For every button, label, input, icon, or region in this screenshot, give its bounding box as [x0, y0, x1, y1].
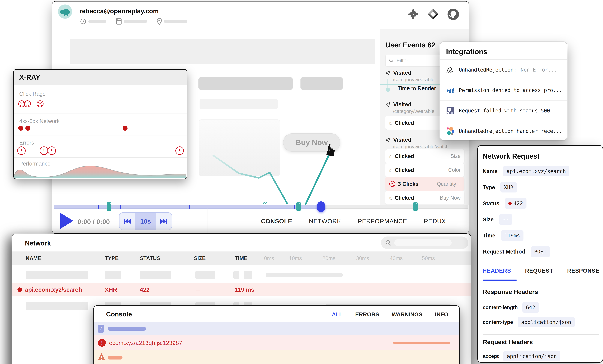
tab-console[interactable]: CONSOLE	[261, 218, 292, 225]
integrations-panel: Integrations UnhandledRejection: Non-Err…	[440, 42, 568, 141]
datadog-icon	[446, 106, 455, 115]
skip-forward-button[interactable]	[156, 213, 172, 230]
navigate-icon	[385, 70, 391, 76]
console-info-row[interactable]: i	[94, 322, 459, 335]
event-target: Size	[451, 153, 461, 159]
meta-skeleton-bar	[124, 20, 147, 23]
table-row-error[interactable]: api.ecom.xyz/search XHR 422 -- 119 ms	[12, 283, 471, 296]
col-type[interactable]: TYPE	[105, 255, 119, 261]
timing-dot	[386, 88, 390, 92]
field-request-method: Request Method POST	[483, 246, 550, 257]
xray-divider	[14, 113, 187, 113]
request-status: 422	[140, 286, 150, 293]
github-icon[interactable]	[447, 8, 459, 20]
event-rage-clicks[interactable]: 3 Clicks Quantity +	[385, 177, 464, 191]
timeline-doc-marker[interactable]	[106, 202, 111, 211]
header-content-type: content-type application/json	[483, 317, 575, 327]
name-value-chip: api.ecom.xyz/search	[503, 166, 569, 176]
search-input-skeleton[interactable]	[394, 239, 452, 246]
meta-skeleton-bar	[88, 20, 106, 23]
field-type: Type XHR	[483, 182, 517, 192]
controls-divider	[207, 208, 208, 234]
diamond-logo-icon[interactable]	[427, 9, 439, 20]
console-warning-row[interactable]	[94, 350, 459, 364]
xray-body: Click Rage 4xx-5xx Network	[14, 85, 187, 179]
tick-20ms: 20ms	[323, 255, 335, 261]
triple-wave-icon	[446, 86, 455, 95]
active-tab-indicator	[483, 279, 517, 281]
header-content-length: content-length 642	[483, 302, 539, 313]
tab-performance[interactable]: PERFORMANCE	[358, 218, 407, 225]
tab-response[interactable]: RESPONSE	[567, 267, 599, 274]
site-product-skeleton	[199, 120, 280, 176]
tab-network[interactable]: NETWORK	[309, 218, 341, 225]
integration-text: Unhandledrejection handler rece...	[459, 128, 562, 134]
network-error-dot	[25, 126, 30, 131]
tick-0ms: 0ms	[264, 255, 274, 261]
field-status: Status 422	[483, 198, 526, 209]
tab-headers[interactable]: HEADERS	[483, 267, 511, 274]
skip-interval-button[interactable]: 10s	[135, 213, 156, 230]
event-target: Quantity +	[437, 181, 461, 187]
event-clicked[interactable]: ☝ Clicked Color	[385, 163, 464, 177]
slack-icon[interactable]	[407, 9, 419, 20]
event-clicked[interactable]: ☝ Clicked Size	[385, 149, 464, 163]
col-size[interactable]: SIZE	[194, 255, 206, 261]
integration-item[interactable]: Permission denied to access pro...	[440, 80, 567, 100]
status-error-dot	[508, 202, 512, 205]
user-events-count: 62	[428, 41, 435, 49]
skip-forward-icon	[160, 218, 167, 224]
console-error-row[interactable]: ! ecom.xyz/a213qh.js:123987	[94, 335, 459, 350]
integration-text: UnhandledRejection:	[459, 67, 517, 73]
event-target: Buy Now	[440, 195, 461, 201]
request-detail-tabs: HEADERS REQUEST RESPONSE	[483, 267, 599, 274]
request-type: XHR	[105, 286, 117, 293]
location-pin-icon	[157, 18, 162, 25]
tab-redux[interactable]: REDUX	[424, 218, 446, 225]
integration-item[interactable]: UnhandledRejection: Non-Error...	[440, 59, 567, 80]
event-clicked[interactable]: ☝ Clicked Buy Now	[385, 191, 464, 204]
tab-info[interactable]: INFO	[435, 311, 448, 318]
network-error-dot	[123, 126, 128, 131]
navigate-icon	[385, 102, 391, 107]
skip-back-icon	[124, 218, 131, 224]
angry-face-icon	[24, 100, 31, 108]
hand-click-icon: ☝	[389, 120, 392, 126]
avatar	[58, 4, 72, 19]
site-skeleton-pill	[198, 77, 293, 90]
stage: rebecca@openreplay.com	[0, 0, 603, 364]
time-value-chip: 119ms	[501, 230, 523, 241]
col-name[interactable]: NAME	[26, 255, 41, 261]
xray-divider	[14, 157, 187, 158]
content-type-chip: application/json	[518, 317, 575, 327]
integration-item[interactable]: Unhandledrejection handler rece...	[440, 121, 567, 141]
tab-request[interactable]: REQUEST	[525, 267, 553, 274]
skip-back-button[interactable]	[119, 213, 135, 230]
network-search[interactable]	[381, 236, 468, 249]
timeline-event-tick[interactable]	[98, 205, 99, 209]
col-time[interactable]: TIME	[235, 255, 247, 261]
request-size: --	[196, 286, 200, 293]
pointer-cursor-icon: ☛	[322, 141, 340, 159]
timeline-event-tick[interactable]	[189, 205, 190, 209]
table-row-skeleton[interactable]	[12, 268, 471, 281]
browser-icon	[116, 18, 122, 25]
console-title: Console	[106, 310, 132, 318]
log-skeleton-bar	[108, 327, 146, 331]
type-value-chip: XHR	[500, 182, 517, 192]
timeline-event-tick[interactable]	[120, 205, 121, 209]
tab-errors[interactable]: ERRORS	[355, 311, 379, 318]
log-skeleton-bar	[393, 342, 450, 344]
tab-all[interactable]: ALL	[332, 311, 343, 318]
hand-click-icon: ☝	[389, 153, 392, 159]
error-exclamation-icon: !	[175, 146, 184, 155]
xray-title: X-RAY	[19, 73, 40, 81]
rhino-icon	[58, 4, 72, 19]
method-value-chip: POST	[531, 246, 550, 257]
tab-warnings[interactable]: WARNINGS	[392, 311, 423, 318]
angry-face-icon	[36, 100, 44, 108]
integration-item[interactable]: Request failed with status 500	[440, 100, 567, 121]
play-button[interactable]	[60, 213, 73, 229]
angry-face-icon	[389, 181, 395, 187]
col-status[interactable]: STATUS	[140, 255, 160, 261]
